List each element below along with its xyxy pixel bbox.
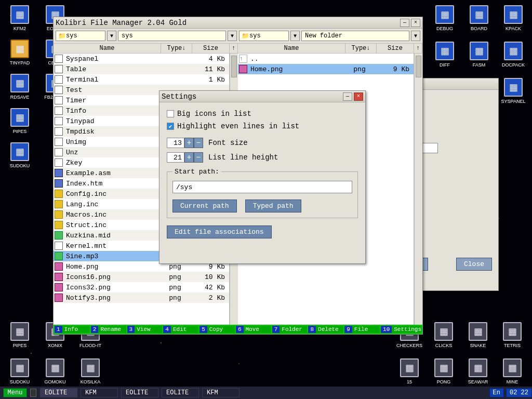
file-row[interactable]: Notify3.pngpng2 Kb xyxy=(54,292,229,303)
settings-minimize[interactable]: — xyxy=(343,92,352,101)
start-path-group: Start path: Current path Typed path xyxy=(167,168,358,218)
file-row[interactable]: Syspanel4 Kb xyxy=(54,54,229,64)
line-height-input[interactable] xyxy=(167,152,184,163)
font-size-inc[interactable]: + xyxy=(184,138,194,148)
file-size: 1 Kb xyxy=(191,76,228,84)
desktop-icon-debug[interactable]: ▦DEBUG xyxy=(428,5,461,31)
mus-icon xyxy=(55,252,63,260)
left-col-size[interactable]: Size xyxy=(192,44,230,53)
right-col-type[interactable]: Type↓ xyxy=(345,44,377,53)
right-drive-arrow[interactable]: ▼ xyxy=(290,31,300,41)
taskbar-task[interactable]: KFM xyxy=(81,388,118,397)
desktop-icon-syspanel[interactable]: ▦SYSPANEL xyxy=(497,78,530,104)
desktop-icon-seawar[interactable]: ▦SEAWAR xyxy=(461,358,495,384)
right-path[interactable]: New folder xyxy=(301,31,409,41)
current-path-button[interactable]: Current path xyxy=(172,200,237,212)
left-drive-dropdown[interactable]: 📁 sys xyxy=(56,31,105,41)
file-row[interactable]: Icons32.pngpng42 Kb xyxy=(54,282,229,292)
desktop-icon-sudoku[interactable]: ▦SUDOKU xyxy=(3,358,36,384)
desktop-icon-15[interactable]: ▦15 xyxy=(393,358,426,384)
file-associations-button[interactable]: Edit file associations xyxy=(167,225,272,238)
line-height-dec[interactable]: − xyxy=(194,152,203,163)
fkey-1[interactable]: 1Info xyxy=(55,326,90,333)
desktop-icon-tinypad[interactable]: ▦TINYPAD xyxy=(3,39,36,65)
taskbar-task[interactable]: KFM xyxy=(202,388,240,397)
file-name: Tinfo xyxy=(66,107,159,115)
big-icons-checkbox[interactable] xyxy=(167,110,174,117)
icon-label: SUDOKU xyxy=(3,379,36,384)
right-drive-dropdown[interactable]: 📁 sys xyxy=(239,31,289,41)
kfm-titlebar[interactable]: Kolibri File Manager 2.04 Gold — × xyxy=(54,17,422,29)
desktop-icon-gomoku[interactable]: ▦GOMOKU xyxy=(38,358,72,384)
desktop-icon-docpack[interactable]: ▦DOCPACK xyxy=(497,42,530,68)
app-icon: ▦ xyxy=(435,5,454,24)
taskbar-task[interactable]: EOLITE xyxy=(40,388,77,397)
fkey-8[interactable]: 8Delete xyxy=(308,326,343,333)
fkey-10[interactable]: 10Settings xyxy=(381,326,421,333)
clock[interactable]: 02 22 xyxy=(506,388,532,397)
left-path[interactable]: sys xyxy=(118,31,226,41)
line-height-inc[interactable]: + xyxy=(184,152,194,163)
right-col-sort[interactable]: ↑ xyxy=(414,44,422,53)
file-name: Icons16.png xyxy=(66,273,159,281)
fkey-3[interactable]: 3View xyxy=(127,326,163,333)
file-name: Test xyxy=(66,86,159,94)
file-name: Notify3.png xyxy=(66,294,159,302)
left-drive-arrow[interactable]: ▼ xyxy=(107,31,116,41)
font-size-input[interactable] xyxy=(167,138,184,148)
right-scrollbar[interactable] xyxy=(414,54,422,325)
desktop-icon-tetris[interactable]: ▦TETRIS xyxy=(496,322,529,348)
fkey-9[interactable]: 9File xyxy=(344,326,380,333)
file-name: Unz xyxy=(66,149,159,156)
close-button[interactable]: Close xyxy=(456,258,492,271)
file-row[interactable]: Table11 Kb xyxy=(54,64,229,74)
desktop-icon-kosilka[interactable]: ▦KOSILKA xyxy=(74,358,107,384)
font-size-dec[interactable]: − xyxy=(194,138,203,148)
desktop-icon-diff[interactable]: ▦DIFF xyxy=(428,42,461,68)
desktop-icon-snake[interactable]: ▦SNAKE xyxy=(461,322,495,348)
right-col-name[interactable]: Name xyxy=(238,44,345,53)
fkey-4[interactable]: 4Edit xyxy=(163,326,198,333)
desktop-icon-rdsave[interactable]: ▦RDSAVE xyxy=(3,74,36,100)
file-row[interactable]: Terminal1 Kb xyxy=(54,74,229,85)
desktop-icon-pipes[interactable]: ▦PIPES xyxy=(3,108,36,134)
desktop-icon-kpack[interactable]: ▦KPACK xyxy=(497,5,530,31)
fkey-6[interactable]: 6Move xyxy=(236,326,271,333)
close-button[interactable]: × xyxy=(411,19,420,27)
file-row[interactable]: Home.pngpng9 Kb xyxy=(238,64,414,74)
left-col-sort[interactable]: ↑ xyxy=(230,44,238,53)
start-menu-button[interactable]: Menu xyxy=(3,388,27,397)
desktop-icon-fasm[interactable]: ▦FASM xyxy=(462,42,496,68)
fkey-5[interactable]: 5Copy xyxy=(200,326,235,333)
taskbar-task[interactable]: EOLITE xyxy=(162,388,199,397)
minimize-button[interactable]: — xyxy=(400,19,409,27)
right-col-size[interactable]: Size xyxy=(377,44,414,53)
highlight-checkbox[interactable]: ✔ xyxy=(167,123,174,130)
desktop-icon-pong[interactable]: ▦PONG xyxy=(427,358,460,384)
desktop-icon-board[interactable]: ▦BOARD xyxy=(462,5,496,31)
desktop-icon-pipes[interactable]: ▦PIPES xyxy=(3,322,36,348)
icon-label: KPACK xyxy=(497,26,530,31)
settings-titlebar[interactable]: Settings — × xyxy=(159,91,365,102)
fkey-2[interactable]: 2Rename xyxy=(91,326,126,333)
desktop-icon-kfm2[interactable]: ▦KFM2 xyxy=(3,5,36,31)
left-col-name[interactable]: Name xyxy=(54,44,161,53)
settings-close[interactable]: × xyxy=(354,92,363,101)
desktop-icon-mine[interactable]: ▦MINE xyxy=(496,358,529,384)
file-row[interactable]: Icons16.pngpng10 Kb xyxy=(54,272,229,282)
start-path-input[interactable] xyxy=(172,181,352,193)
file-name: Index.htm xyxy=(66,180,159,188)
language-indicator[interactable]: En xyxy=(489,388,504,397)
left-path-arrow[interactable]: ▼ xyxy=(228,31,237,41)
left-col-type[interactable]: Type↓ xyxy=(161,44,192,53)
file-row[interactable]: ↑.. xyxy=(238,54,414,64)
fkey-7[interactable]: 7Folder xyxy=(272,326,308,333)
desktop-icon-clicks[interactable]: ▦CLICKS xyxy=(427,322,460,348)
desktop-icon-sudoku[interactable]: ▦SUDOKU xyxy=(3,142,36,168)
taskbar-task[interactable]: EOLITE xyxy=(121,388,158,397)
right-path-arrow[interactable]: ▼ xyxy=(411,31,420,41)
icon-label: FLOOD-IT xyxy=(74,343,107,348)
fkey-number: 5 xyxy=(200,326,207,333)
taskbar-divider xyxy=(30,389,36,397)
typed-path-button[interactable]: Typed path xyxy=(245,200,301,212)
